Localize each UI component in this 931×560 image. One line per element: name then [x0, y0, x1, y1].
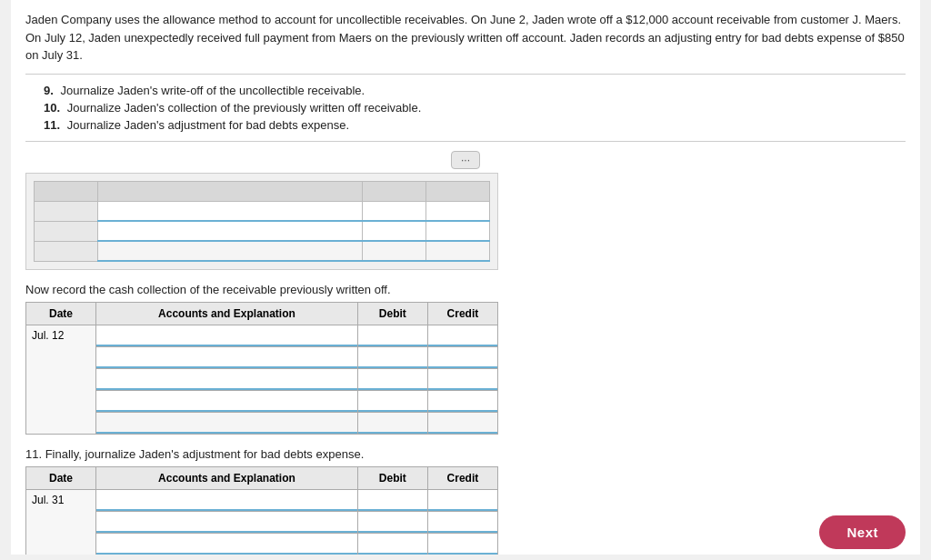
- credit-input-cell: [427, 391, 497, 413]
- debit-input-10-4[interactable]: [358, 391, 427, 412]
- debit-input-10-5[interactable]: [358, 413, 427, 434]
- bottom-divider: [25, 141, 906, 142]
- next-button[interactable]: Next: [819, 515, 906, 549]
- debit-input-cell: [357, 512, 427, 534]
- date-cell-10: Jul. 12: [26, 325, 96, 435]
- acct-input-10-1[interactable]: [96, 325, 357, 346]
- table-row: [26, 391, 498, 413]
- table-row: [26, 512, 498, 534]
- credit-input-11-1[interactable]: [428, 490, 497, 511]
- acct-input-cell: [96, 369, 358, 391]
- credit-input-cell: [427, 490, 497, 512]
- collapsed-section-9: ···: [25, 151, 906, 169]
- credit-input-cell: [427, 534, 497, 555]
- top-divider: [25, 74, 906, 75]
- journal-table-10: Date Accounts and Explanation Debit Cred…: [25, 302, 498, 435]
- col-header-debit-10: Debit: [357, 303, 427, 325]
- acct-input-10-4[interactable]: [96, 391, 357, 412]
- expand-button-9[interactable]: ···: [451, 151, 480, 169]
- debit-input-cell: [357, 325, 427, 347]
- credit-input-cell: [427, 413, 497, 435]
- debit-input-10-1[interactable]: [358, 325, 427, 346]
- credit-input-cell: [427, 512, 497, 534]
- question-11: 11. Journalize Jaden's adjustment for ba…: [44, 118, 906, 132]
- credit-input-11-3[interactable]: [428, 534, 497, 555]
- acct-input-11-2[interactable]: [96, 512, 357, 533]
- debit-input-11-3[interactable]: [358, 534, 427, 555]
- credit-input-cell: [427, 347, 497, 369]
- col-header-date-11: Date: [26, 467, 96, 490]
- section11-label: 11. Finally, journalize Jaden's adjustme…: [25, 447, 906, 461]
- credit-input-10-2[interactable]: [428, 347, 497, 368]
- credit-input-10-1[interactable]: [428, 325, 497, 346]
- table-row: [26, 347, 498, 369]
- debit-input-cell: [357, 413, 427, 435]
- debit-input-10-2[interactable]: [358, 347, 427, 368]
- question-9: 9. Journalize Jaden's write-off of the u…: [44, 84, 906, 97]
- col-header-credit-11: Credit: [427, 467, 497, 490]
- acct-input-cell: [96, 512, 358, 534]
- acct-input-10-3[interactable]: [96, 369, 357, 390]
- section10-label: Now record the cash collection of the re…: [25, 283, 906, 296]
- table-row: Jul. 12: [26, 325, 498, 347]
- acct-input-cell: [96, 391, 358, 413]
- preview-table-wrapper: [25, 173, 498, 271]
- acct-input-11-3[interactable]: [96, 534, 357, 555]
- debit-input-11-2[interactable]: [358, 512, 427, 533]
- credit-input-cell: [427, 369, 497, 391]
- col-header-acct-11: Accounts and Explanation: [96, 467, 358, 490]
- acct-input-cell: [96, 347, 358, 369]
- journal-table-11: Date Accounts and Explanation Debit Cred…: [25, 466, 498, 555]
- acct-input-10-5[interactable]: [96, 413, 357, 434]
- debit-input-10-3[interactable]: [358, 369, 427, 390]
- col-header-acct-10: Accounts and Explanation: [96, 303, 358, 325]
- intro-text: Jaden Company uses the allowance method …: [25, 11, 906, 65]
- acct-input-cell: [96, 534, 358, 555]
- acct-input-11-1[interactable]: [96, 490, 357, 511]
- acct-input-cell: [96, 490, 358, 512]
- debit-input-cell: [357, 490, 427, 512]
- credit-input-10-5[interactable]: [428, 413, 497, 434]
- table-row: [26, 369, 498, 391]
- credit-input-cell: [427, 325, 497, 347]
- table-row: Jul. 31: [26, 490, 498, 512]
- credit-input-11-2[interactable]: [428, 512, 497, 533]
- col-header-date-10: Date: [26, 303, 96, 325]
- debit-input-cell: [357, 534, 427, 555]
- debit-input-cell: [357, 347, 427, 369]
- debit-input-cell: [357, 369, 427, 391]
- next-button-container: Next: [819, 515, 906, 549]
- question-10: 10. Journalize Jaden's collection of the…: [44, 101, 906, 115]
- acct-input-cell: [96, 413, 358, 435]
- table-row: [26, 534, 498, 555]
- credit-input-10-3[interactable]: [428, 369, 497, 390]
- table-row: [26, 413, 498, 435]
- question-list: 9. Journalize Jaden's write-off of the u…: [44, 84, 906, 132]
- main-container: Jaden Company uses the allowance method …: [11, 0, 920, 555]
- debit-input-11-1[interactable]: [358, 490, 427, 511]
- debit-input-cell: [357, 391, 427, 413]
- col-header-debit-11: Debit: [357, 467, 427, 490]
- credit-input-10-4[interactable]: [428, 391, 497, 412]
- date-cell-11: Jul. 31: [26, 490, 96, 555]
- acct-input-cell: [96, 325, 358, 347]
- col-header-credit-10: Credit: [427, 303, 497, 325]
- acct-input-10-2[interactable]: [96, 347, 357, 368]
